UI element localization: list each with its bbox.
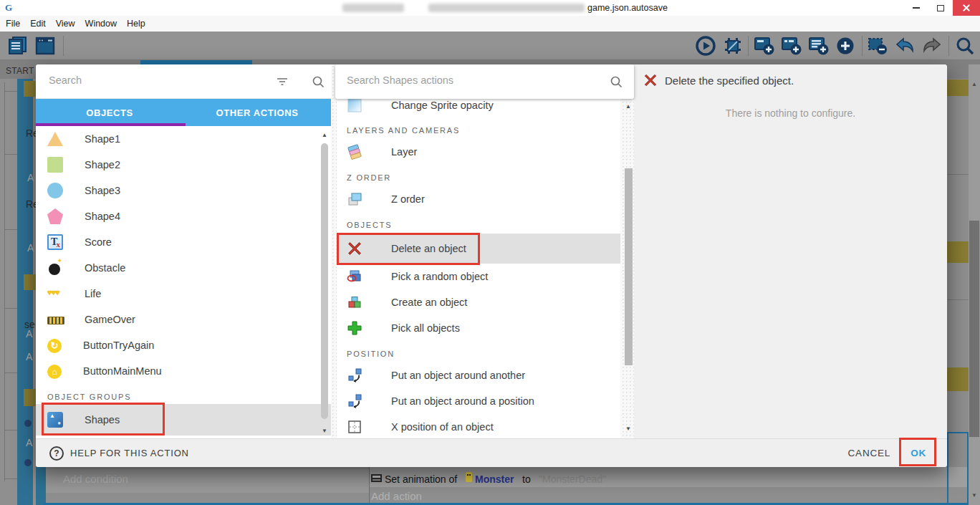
bg-fragment: A xyxy=(27,242,34,254)
action-list-scrollbar[interactable] xyxy=(625,168,633,365)
action-label: Pick a random object xyxy=(391,271,488,282)
event-separator xyxy=(947,299,969,300)
annotation-box-ok xyxy=(899,438,936,466)
scroll-down-icon[interactable] xyxy=(971,493,977,499)
monster-object-icon xyxy=(466,472,472,482)
action-section-header: POSITION xyxy=(337,341,620,362)
menu-edit[interactable]: Edit xyxy=(30,19,53,29)
selected-action-title: Delete the specified object. xyxy=(665,74,794,87)
window-title: game.json.autosave xyxy=(587,3,668,13)
scroll-down-icon[interactable] xyxy=(625,426,631,432)
action-label: Pick all objects xyxy=(391,322,460,334)
search-icon[interactable] xyxy=(609,74,623,89)
search-icon[interactable] xyxy=(311,74,325,89)
action-list-item[interactable]: Pick a random object xyxy=(337,264,620,289)
object-label: ButtonTryAgain xyxy=(83,340,154,351)
text-object-icon xyxy=(47,234,63,250)
event-tree-stub xyxy=(4,372,17,373)
undo-icon[interactable] xyxy=(894,35,916,57)
action-search-box xyxy=(335,64,634,99)
svg-text:?: ? xyxy=(54,448,59,458)
bg-fragment: A xyxy=(27,172,34,183)
cancel-button[interactable]: CANCEL xyxy=(848,448,891,458)
event-tree-stub xyxy=(4,478,17,479)
help-link[interactable]: ? HELP FOR THIS ACTION xyxy=(49,446,189,461)
action-search-input[interactable] xyxy=(347,74,547,86)
action-list-item[interactable]: Put an object around a position xyxy=(337,388,620,414)
help-icon: ? xyxy=(49,446,64,461)
scroll-up-icon[interactable] xyxy=(625,104,631,110)
project-manager-icon[interactable] xyxy=(7,35,29,57)
remove-selection-icon[interactable] xyxy=(867,35,888,57)
action-text-middle: to xyxy=(522,473,531,485)
tab-other-actions[interactable]: OTHER ACTIONS xyxy=(183,99,331,126)
object-list-item[interactable]: Shape1 xyxy=(36,126,331,152)
event-group-block xyxy=(24,389,36,406)
scroll-down-icon[interactable] xyxy=(322,428,327,434)
object-list-scrollbar[interactable] xyxy=(321,143,328,419)
play-icon[interactable] xyxy=(695,35,716,57)
object-list-item[interactable]: Obstacle xyxy=(36,255,331,281)
event-tree-stub xyxy=(4,308,17,309)
minimize-button[interactable] xyxy=(904,0,928,16)
add-comment-icon[interactable] xyxy=(808,35,830,57)
object-label: GameOver xyxy=(85,314,135,325)
object-label: Shape4 xyxy=(85,211,120,222)
triangle-shape-icon xyxy=(47,131,63,147)
put-around-icon xyxy=(347,367,362,383)
help-label: HELP FOR THIS ACTION xyxy=(70,448,189,458)
add-event-icon[interactable] xyxy=(754,35,775,57)
tab-start[interactable]: START xyxy=(6,66,34,76)
action-list-item[interactable]: Pick all objects xyxy=(337,315,620,341)
bg-fragment: A xyxy=(26,328,32,340)
action-list-item[interactable]: Z order xyxy=(337,186,620,212)
bomb-icon xyxy=(47,260,63,276)
close-button[interactable] xyxy=(953,0,980,16)
object-icon xyxy=(24,459,32,466)
object-list-item[interactable]: Life xyxy=(36,281,331,307)
object-list-item[interactable]: ButtonTryAgain xyxy=(36,332,331,358)
scene-editor-icon[interactable] xyxy=(34,35,56,57)
object-list-item[interactable]: ButtonMainMenu xyxy=(36,358,331,384)
bg-fragment: A xyxy=(26,351,32,362)
scroll-up-icon[interactable] xyxy=(971,82,977,87)
action-label: Change Sprite opacity xyxy=(391,100,494,111)
selected-action-header: Delete the specified object. xyxy=(643,73,794,87)
add-condition-link[interactable]: Add condition xyxy=(63,473,128,485)
scroll-up-icon[interactable] xyxy=(322,133,327,138)
nothing-to-configure-text: There is nothing to configure. xyxy=(634,107,947,119)
add-new-icon[interactable] xyxy=(835,35,856,57)
add-action-link[interactable]: Add action xyxy=(371,490,422,502)
menu-view[interactable]: View xyxy=(56,19,82,29)
maximize-button[interactable] xyxy=(928,0,953,16)
menu-file[interactable]: File xyxy=(6,19,27,29)
action-label: Z order xyxy=(391,193,425,205)
action-section-header: OBJECTS xyxy=(337,212,620,234)
put-around-icon xyxy=(347,393,362,409)
object-label: ButtonMainMenu xyxy=(83,365,162,377)
event-tree-stub xyxy=(4,430,17,431)
square-shape-icon xyxy=(47,157,63,173)
object-list-item[interactable]: Shape4 xyxy=(36,203,331,229)
action-list-item[interactable]: Put an object around another xyxy=(337,362,620,388)
action-list-item[interactable]: X position of an object xyxy=(337,414,620,438)
object-list-item[interactable]: Shape2 xyxy=(36,152,331,178)
action-list-item[interactable]: Layer xyxy=(337,139,620,165)
green-plus-icon xyxy=(347,320,362,336)
object-list-item[interactable]: Shape3 xyxy=(36,178,331,203)
filter-icon[interactable] xyxy=(275,74,289,89)
action-label: Layer xyxy=(391,146,417,158)
debug-icon[interactable] xyxy=(722,35,744,57)
action-list-item[interactable]: Create an object xyxy=(337,289,620,315)
events-scrollbar-thumb[interactable] xyxy=(969,221,979,437)
object-search-input[interactable] xyxy=(49,74,249,86)
redo-icon[interactable] xyxy=(921,35,943,57)
action-label: X position of an object xyxy=(391,421,494,433)
object-list-item[interactable]: Score xyxy=(36,229,331,255)
search-toolbar-icon[interactable] xyxy=(954,35,976,57)
add-subevent-icon[interactable] xyxy=(781,35,802,57)
menu-help[interactable]: Help xyxy=(127,19,153,29)
menu-window[interactable]: Window xyxy=(85,19,124,29)
tab-objects[interactable]: OBJECTS xyxy=(36,99,183,126)
object-list-item[interactable]: GameOver xyxy=(36,307,331,332)
